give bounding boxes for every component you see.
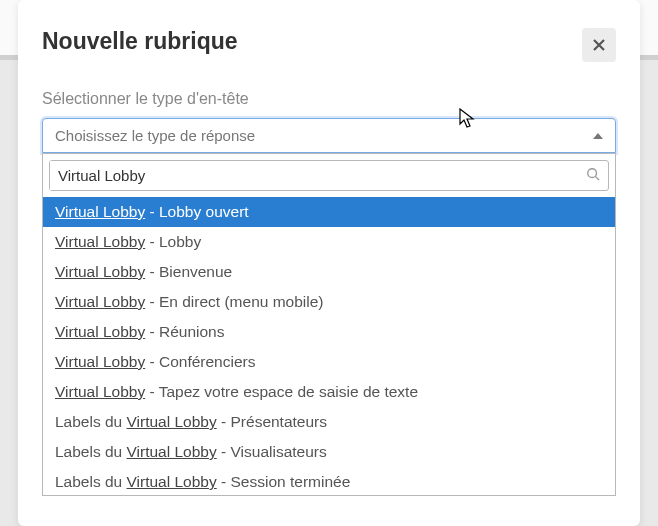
close-icon — [591, 37, 607, 53]
close-button[interactable] — [582, 28, 616, 62]
dropdown-option[interactable]: Labels du Virtual Lobby - Visualisateurs — [43, 437, 615, 467]
dropdown-option[interactable]: Virtual Lobby - Réunions — [43, 317, 615, 347]
dropdown-option[interactable]: Labels du Virtual Lobby - Session termin… — [43, 467, 615, 495]
modal-title: Nouvelle rubrique — [42, 28, 238, 55]
svg-point-0 — [588, 168, 597, 177]
chevron-up-icon — [593, 133, 603, 139]
dropdown-option[interactable]: Virtual Lobby - Bienvenue — [43, 257, 615, 287]
search-wrap — [49, 160, 609, 191]
dropdown-panel: Virtual Lobby - Lobby ouvertVirtual Lobb… — [42, 153, 616, 496]
dropdown-option[interactable]: Virtual Lobby - Conférenciers — [43, 347, 615, 377]
new-heading-modal: Nouvelle rubrique Sélectionner le type d… — [18, 0, 640, 526]
select-trigger[interactable]: Choisissez le type de réponse — [42, 118, 616, 153]
dropdown-option[interactable]: Virtual Lobby - Tapez votre espace de sa… — [43, 377, 615, 407]
field-label: Sélectionner le type d'en-tête — [42, 90, 616, 108]
dropdown-option[interactable]: Labels du Virtual Lobby - Présentateurs — [43, 407, 615, 437]
search-row — [43, 154, 615, 197]
select-placeholder: Choisissez le type de réponse — [55, 127, 255, 144]
options-list[interactable]: Virtual Lobby - Lobby ouvertVirtual Lobb… — [43, 197, 615, 495]
search-icon — [586, 167, 608, 185]
search-input[interactable] — [50, 161, 586, 190]
dropdown-option[interactable]: Virtual Lobby - En direct (menu mobile) — [43, 287, 615, 317]
modal-header: Nouvelle rubrique — [42, 28, 616, 62]
dropdown-option[interactable]: Virtual Lobby - Lobby ouvert — [43, 197, 615, 227]
dropdown-option[interactable]: Virtual Lobby - Lobby — [43, 227, 615, 257]
